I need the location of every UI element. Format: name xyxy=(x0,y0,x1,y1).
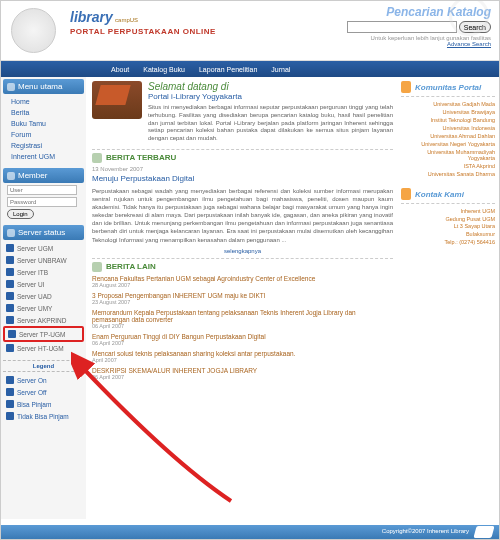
server-icon xyxy=(8,330,16,338)
contact-line: Telp.: (0274) 564416 xyxy=(401,239,495,247)
login-button[interactable]: Login xyxy=(7,209,34,219)
other-news-item[interactable]: Mencari solusi teknis pelaksanaan sharin… xyxy=(92,350,393,363)
advanced-search-link[interactable]: Advance Search xyxy=(329,41,491,47)
other-news-title: DESKRIPSI SKEMA/ALUR INHERENT JOGJA LIBR… xyxy=(92,367,393,374)
server-item[interactable]: Server ITB xyxy=(3,266,84,278)
server-icon xyxy=(6,304,14,312)
legend-label: Server Off xyxy=(17,389,47,396)
server-label: Server UNBRAW xyxy=(17,257,67,264)
user-input[interactable] xyxy=(7,185,77,195)
other-news-item[interactable]: 3 Proposal Pengembangan INHERENT UGM maj… xyxy=(92,292,393,305)
server-icon xyxy=(6,316,14,324)
university-link[interactable]: Universitas Gadjah Mada xyxy=(401,100,495,108)
menu-item[interactable]: Buku Tamu xyxy=(11,118,84,129)
other-news-date: 06 April 2007 xyxy=(92,323,393,329)
menu-item[interactable]: Registrasi xyxy=(11,140,84,151)
nav-laporan[interactable]: Laporan Penelitian xyxy=(199,66,257,73)
server-label: Server UMY xyxy=(17,305,52,312)
university-link[interactable]: Universitas Negeri Yogyakarta xyxy=(401,140,495,148)
brand-title: library xyxy=(70,9,113,25)
news-date: 13 November 2007 xyxy=(92,166,393,172)
nav-jurnal[interactable]: Jurnal xyxy=(271,66,290,73)
university-link[interactable]: Universitas Sanata Dharma xyxy=(401,170,495,178)
contact-line: Inherent UGM xyxy=(401,208,495,216)
community-header: Komunitas Portal xyxy=(401,81,495,97)
server-item[interactable]: Server UMY xyxy=(3,302,84,314)
logo xyxy=(11,8,56,53)
legend-label: Bisa Pinjam xyxy=(17,401,51,408)
server-item[interactable]: Server UI xyxy=(3,278,84,290)
server-icon xyxy=(6,280,14,288)
university-link[interactable]: Universitas Brawijaya xyxy=(401,108,495,116)
server-status-header: Server status xyxy=(3,225,84,240)
footer-icon xyxy=(473,526,494,538)
server-item[interactable]: Server HT-UGM xyxy=(3,342,84,354)
menu-item[interactable]: Inherent UGM xyxy=(11,151,84,162)
other-news-date: 28 August 2007 xyxy=(92,282,393,288)
university-link[interactable]: Institut Teknologi Bandung xyxy=(401,116,495,124)
read-more-link[interactable]: selengkapnya xyxy=(92,244,393,258)
other-news-item[interactable]: Memorandum Kepala Perpustakaan tentang p… xyxy=(92,309,393,329)
server-label: Server ITB xyxy=(17,269,48,276)
university-link[interactable]: Universitas Muhammadiyah Yogyakarta xyxy=(401,148,495,162)
password-input[interactable] xyxy=(7,197,77,207)
other-news-title: Rencana Fakultas Pertanian UGM sebagai A… xyxy=(92,275,393,282)
welcome-subtitle: Portal i-Library Yogyakarta xyxy=(148,92,393,101)
server-item[interactable]: Server TP-UGM xyxy=(3,326,84,342)
other-news-item[interactable]: DESKRIPSI SKEMA/ALUR INHERENT JOGJA LIBR… xyxy=(92,367,393,380)
news-header: BERITA TERBARU xyxy=(92,149,393,166)
contact-line: Gedung Pusat UGM xyxy=(401,216,495,224)
nav-about[interactable]: About xyxy=(111,66,129,73)
university-link[interactable]: Universitas Indonesia xyxy=(401,124,495,132)
nav-katalog[interactable]: Katalog Buku xyxy=(143,66,185,73)
other-news-item[interactable]: Rencana Fakultas Pertanian UGM sebagai A… xyxy=(92,275,393,288)
server-item[interactable]: Server AKPRIND xyxy=(3,314,84,326)
server-icon xyxy=(6,344,14,352)
server-item[interactable]: Server UGM xyxy=(3,242,84,254)
university-link[interactable]: Universitas Ahmad Dahlan xyxy=(401,132,495,140)
other-news-date: April 2007 xyxy=(92,357,393,363)
legend-icon xyxy=(6,400,14,408)
other-news-title: Memorandum Kepala Perpustakaan tentang p… xyxy=(92,309,393,323)
server-label: Server AKPRIND xyxy=(17,317,67,324)
other-news-date: 06 April 2007 xyxy=(92,374,393,380)
menu-item[interactable]: Berita xyxy=(11,107,84,118)
contact-line: Lt 3 Sayap Utara xyxy=(401,223,495,231)
menu-header: Menu utama xyxy=(3,79,84,94)
contact-header: Kontak Kami xyxy=(401,188,495,204)
footer: Copyright©2007 Inherent Library xyxy=(1,525,499,539)
other-news-date: 06 April 2007 xyxy=(92,340,393,346)
legend-item: Tidak Bisa Pinjam xyxy=(3,410,84,422)
server-item[interactable]: Server UAD xyxy=(3,290,84,302)
university-link[interactable]: ISTA Akprind xyxy=(401,162,495,170)
welcome-body: Situs ini menyediakan berbagai informasi… xyxy=(148,104,393,143)
legend-icon xyxy=(6,388,14,396)
legend-label: Tidak Bisa Pinjam xyxy=(17,413,69,420)
news-title[interactable]: Menuju Perpustakaan Digital xyxy=(92,174,393,183)
welcome-title: Selamat datang di xyxy=(148,81,393,92)
server-label: Server UI xyxy=(17,281,44,288)
footer-text: Copyright©2007 Inherent Library xyxy=(382,528,469,534)
server-label: Server HT-UGM xyxy=(17,345,64,352)
server-icon xyxy=(6,244,14,252)
legend-icon xyxy=(6,412,14,420)
member-header: Member xyxy=(3,168,84,183)
other-news-item[interactable]: Enam Perguruan Tinggi di DIY Bangun Perp… xyxy=(92,333,393,346)
welcome-image xyxy=(92,81,142,119)
server-item[interactable]: Server UNBRAW xyxy=(3,254,84,266)
server-label: Server UAD xyxy=(17,293,52,300)
legend-header: Legend xyxy=(3,360,84,372)
legend-item: Server Off xyxy=(3,386,84,398)
server-label: Server TP-UGM xyxy=(19,331,65,338)
server-icon xyxy=(6,256,14,264)
menu-item[interactable]: Forum xyxy=(11,129,84,140)
other-news-title: Mencari solusi teknis pelaksanaan sharin… xyxy=(92,350,393,357)
legend-item: Server On xyxy=(3,374,84,386)
news-body: Perpustakaan sebagai wadah yang menyedia… xyxy=(92,187,393,244)
menu-item[interactable]: Home xyxy=(11,96,84,107)
search-input[interactable] xyxy=(347,21,457,33)
legend-icon xyxy=(6,376,14,384)
server-icon xyxy=(6,268,14,276)
brand-tag: campUS xyxy=(115,17,138,23)
server-icon xyxy=(6,292,14,300)
